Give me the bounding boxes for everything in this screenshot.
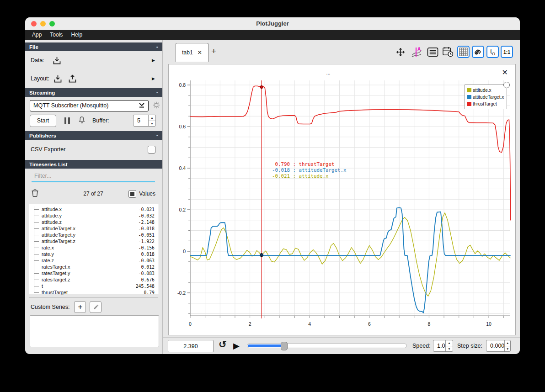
timeseries-item[interactable]: attitudeTarget.y-0.051 (29, 232, 159, 238)
spin-up-icon[interactable]: ▲ (149, 115, 155, 121)
edit-custom-series-button[interactable] (90, 301, 102, 313)
legend-entry[interactable]: attitudeTarget.x (467, 94, 504, 101)
tab-label: tab1 (182, 49, 192, 56)
loop-icon[interactable]: ↺ (219, 339, 227, 350)
timeseries-item[interactable]: t245.548 (29, 283, 159, 289)
buffer-spinbox[interactable]: 5 ▲▼ (133, 115, 156, 127)
menu-item-app[interactable]: App (28, 30, 46, 40)
spin-down-icon[interactable]: ▼ (505, 346, 510, 352)
menu-item-help[interactable]: Help (67, 30, 86, 40)
tab-close-icon[interactable]: ✕ (198, 49, 202, 56)
tracker-reading: -0.021 : attitude.x (272, 173, 347, 179)
timeseries-section-title: Timeseries List (29, 162, 68, 167)
gear-icon[interactable] (152, 101, 160, 111)
publishers-section-header[interactable]: Publishers - (25, 131, 162, 140)
timeseries-section-header[interactable]: Timeseries List (25, 160, 162, 169)
svg-text:6: 6 (368, 321, 371, 327)
plot-legend[interactable]: attitude.xattitudeTarget.xthrustTarget (465, 85, 507, 109)
plot-close-icon[interactable]: ✕ (502, 68, 508, 77)
start-button[interactable]: Start (30, 115, 56, 127)
data-label: Data: (31, 57, 44, 64)
spin-up-icon[interactable]: ▲ (505, 340, 510, 346)
step-size-spinbox[interactable]: 0.000 ▲▼ (486, 340, 511, 352)
zoom-area-button[interactable]: A (410, 46, 422, 58)
timeseries-count: 27 of 27 (25, 191, 161, 197)
plot-widget[interactable]: 0.80.60.40.20-0.20246810 ... ✕ attitude.… (168, 64, 516, 335)
pause-icon[interactable] (64, 117, 70, 124)
tracker-reading: 0.790 : thrustTarget (272, 161, 347, 167)
save-layout-icon[interactable] (68, 74, 77, 84)
link-axes-button[interactable] (472, 46, 484, 58)
time-display[interactable]: 2.390 (168, 340, 214, 352)
filter-input[interactable]: Filter... (29, 170, 158, 182)
load-data-icon[interactable] (52, 56, 62, 65)
ratio-1-1-button[interactable]: 1:1 (501, 46, 513, 58)
timeseries-value: -2.148 (139, 220, 155, 225)
pan-zoom-button[interactable] (394, 46, 406, 58)
load-layout-icon[interactable] (53, 74, 63, 84)
spin-down-icon[interactable]: ▼ (149, 121, 155, 127)
list-view-button[interactable] (427, 46, 439, 58)
collapse-icon[interactable]: - (156, 131, 158, 140)
add-tab-button[interactable]: + (211, 46, 216, 56)
bell-icon[interactable] (78, 116, 86, 126)
layout-row: Layout: ▶ (25, 72, 161, 85)
timeseries-item[interactable]: attitudeTarget.z-1.922 (29, 238, 159, 244)
timeseries-item[interactable]: ratesTarget.z0.676 (29, 276, 159, 283)
menu-item-tools[interactable]: Tools (46, 30, 67, 40)
speed-value: 1.0 (433, 340, 445, 351)
chevron-down-icon (139, 102, 145, 109)
data-row: Data: ▶ (25, 54, 161, 67)
collapse-icon[interactable]: - (156, 88, 158, 97)
slider-fill (248, 344, 284, 347)
add-custom-series-button[interactable]: + (74, 301, 86, 313)
timeseries-item[interactable]: ratesTarget.y-0.083 (29, 270, 159, 276)
svg-text:0.2: 0.2 (179, 207, 186, 212)
timeseries-item[interactable]: ratesTarget.x0.012 (29, 264, 159, 270)
streaming-section-header[interactable]: Streaming - (25, 88, 162, 97)
time-slider[interactable] (247, 344, 407, 348)
tracker-readings: 0.790 : thrustTarget-0.018 : attitudeTar… (272, 161, 347, 179)
timeseries-list[interactable]: attitude.x-0.021attitude.y-0.032attitude… (29, 204, 159, 294)
spin-down-icon[interactable]: ▼ (446, 346, 453, 352)
grid-layout-button[interactable] (457, 46, 470, 58)
data-expand-icon[interactable]: ▶ (152, 58, 155, 63)
play-icon[interactable]: ▶ (233, 341, 240, 351)
timeseries-name: ratesTarget.z (42, 277, 70, 282)
custom-series-list[interactable] (30, 315, 159, 347)
csv-exporter-row: CSV Exporter (25, 143, 161, 156)
csv-exporter-checkbox[interactable] (148, 146, 155, 154)
tab-tab1[interactable]: tab1 ✕ (176, 43, 208, 62)
timeseries-value: 245.548 (136, 284, 155, 289)
timeseries-item[interactable]: rate.x-0.156 (29, 244, 159, 251)
timeseries-item[interactable]: thrustTarget0.79 (29, 289, 159, 296)
timeseries-value: -1.922 (139, 239, 155, 244)
timeseries-name: thrustTarget (42, 290, 68, 295)
timeseries-item[interactable]: attitude.z-2.148 (29, 219, 159, 225)
time-offset-button[interactable]: tO (486, 46, 499, 58)
svg-text:0.8: 0.8 (179, 82, 186, 88)
menu-bar: AppToolsHelp (25, 30, 520, 40)
app-window: PlotJuggler AppToolsHelp File - Data: ▶ … (25, 17, 520, 354)
legend-label: attitude.x (473, 88, 492, 93)
slider-handle[interactable] (281, 342, 288, 350)
window-title: PlotJuggler (25, 17, 520, 30)
speed-spinbox[interactable]: 1.0 ▲▼ (433, 340, 453, 352)
streaming-source-select[interactable]: MQTT Subscriber (Mosquitto) (30, 100, 149, 111)
collapse-icon[interactable]: - (156, 42, 158, 51)
custom-series-label: Custom Series: (31, 304, 69, 310)
legend-entry[interactable]: attitude.x (467, 87, 504, 94)
datetime-button[interactable] (442, 46, 454, 58)
legend-label: attitudeTarget.x (473, 95, 504, 100)
layout-expand-icon[interactable]: ▶ (152, 76, 155, 81)
timeseries-item[interactable]: attitude.x-0.021 (29, 206, 159, 212)
timeseries-item[interactable]: attitude.y-0.032 (29, 212, 159, 219)
spin-up-icon[interactable]: ▲ (446, 340, 453, 346)
svg-text:8: 8 (427, 321, 430, 327)
file-section-header[interactable]: File - (25, 42, 162, 51)
legend-entry[interactable]: thrustTarget (467, 101, 504, 107)
timeseries-item[interactable]: rate.y0.018 (29, 251, 159, 257)
plot-canvas[interactable]: 0.80.60.40.20-0.20246810 (169, 64, 515, 335)
timeseries-item[interactable]: rate.z-0.063 (29, 257, 159, 264)
timeseries-item[interactable]: attitudeTarget.x-0.018 (29, 225, 159, 232)
